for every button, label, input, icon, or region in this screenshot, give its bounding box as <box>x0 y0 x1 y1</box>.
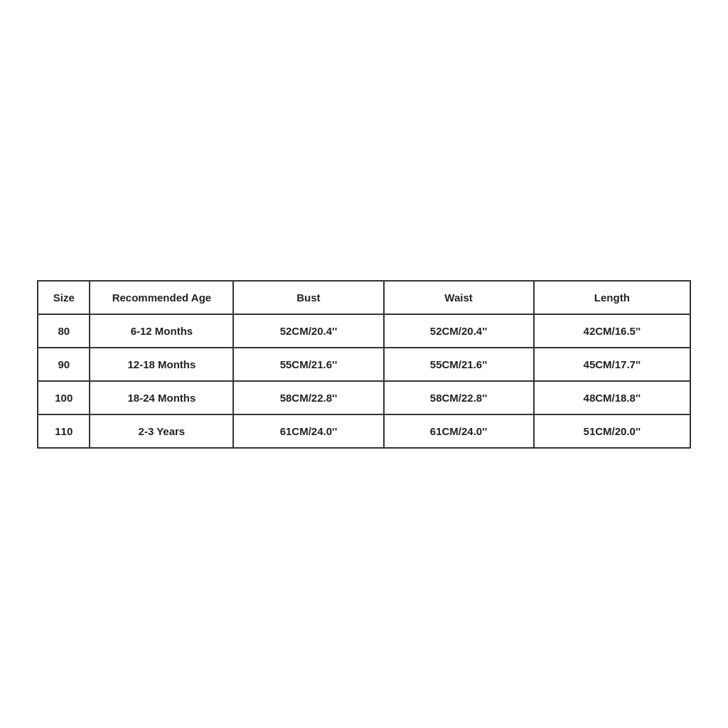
cell-waist-0: 52CM/20.4'' <box>384 314 534 348</box>
cell-length-3: 51CM/20.0'' <box>534 414 690 448</box>
table-row: 9012-18 Months55CM/21.6''55CM/21.6''45CM… <box>38 348 690 381</box>
size-chart-table: Size Recommended Age Bust Waist Length 8… <box>37 280 691 449</box>
cell-size-1: 90 <box>38 348 90 381</box>
table-row: 10018-24 Months58CM/22.8''58CM/22.8''48C… <box>38 381 690 414</box>
cell-length-0: 42CM/16.5'' <box>534 314 690 348</box>
header-bust: Bust <box>233 281 383 314</box>
table-row: 1102-3 Years61CM/24.0''61CM/24.0''51CM/2… <box>38 414 690 448</box>
header-waist: Waist <box>384 281 534 314</box>
header-age: Recommended Age <box>90 281 233 314</box>
cell-size-3: 110 <box>38 414 90 448</box>
cell-bust-2: 58CM/22.8'' <box>233 381 383 414</box>
cell-length-1: 45CM/17.7'' <box>534 348 690 381</box>
cell-bust-3: 61CM/24.0'' <box>233 414 383 448</box>
cell-size-2: 100 <box>38 381 90 414</box>
header-length: Length <box>534 281 690 314</box>
cell-length-2: 48CM/18.8'' <box>534 381 690 414</box>
cell-bust-1: 55CM/21.6'' <box>233 348 383 381</box>
cell-waist-2: 58CM/22.8'' <box>384 381 534 414</box>
cell-age-0: 6-12 Months <box>90 314 233 348</box>
cell-bust-0: 52CM/20.4'' <box>233 314 383 348</box>
cell-age-3: 2-3 Years <box>90 414 233 448</box>
cell-age-1: 12-18 Months <box>90 348 233 381</box>
table-row: 806-12 Months52CM/20.4''52CM/20.4''42CM/… <box>38 314 690 348</box>
table-header-row: Size Recommended Age Bust Waist Length <box>38 281 690 314</box>
size-chart-container: Size Recommended Age Bust Waist Length 8… <box>37 280 691 449</box>
cell-age-2: 18-24 Months <box>90 381 233 414</box>
cell-size-0: 80 <box>38 314 90 348</box>
cell-waist-3: 61CM/24.0'' <box>384 414 534 448</box>
header-size: Size <box>38 281 90 314</box>
cell-waist-1: 55CM/21.6'' <box>384 348 534 381</box>
